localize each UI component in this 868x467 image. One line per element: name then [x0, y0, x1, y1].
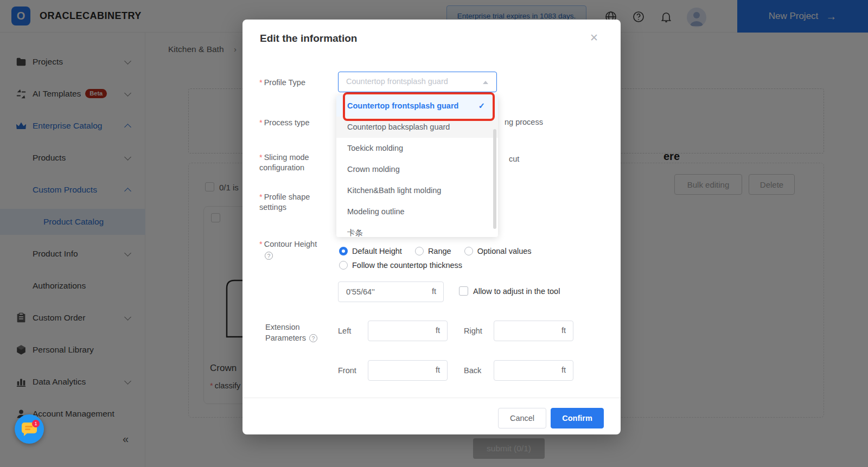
contour-height-radio-group: Default HeightRangeOptional values: [339, 247, 545, 255]
slicing-mode-label: *Slicing mode configuration: [259, 152, 334, 173]
unit-label: ft: [432, 287, 436, 296]
dropdown-option-crown-molding[interactable]: Crown molding: [336, 159, 498, 180]
dropdown-option-countertop-backsplash[interactable]: Countertop backsplash guard: [336, 117, 498, 138]
cancel-button[interactable]: Cancel: [498, 408, 546, 428]
required-asterisk: *: [259, 78, 263, 87]
contour-height-radio-row2: Follow the countertop thickness: [339, 261, 475, 270]
dropdown-option-toekick-molding[interactable]: Toekick molding: [336, 138, 498, 159]
unit-label: ft: [436, 326, 440, 335]
footer-divider: [242, 398, 621, 398]
dropdown-option-countertop-frontsplash[interactable]: Countertop frontsplash guard✓: [336, 95, 498, 117]
unit-label: ft: [561, 366, 566, 374]
height-input-wrap: ft: [338, 282, 444, 302]
radio-range[interactable]: [415, 247, 424, 255]
radio-label[interactable]: Optional values: [477, 247, 532, 255]
front-input-wrap: ft: [368, 360, 448, 381]
profile-type-select[interactable]: Countertop frontsplash guard: [338, 72, 497, 92]
right-label: Right: [464, 327, 482, 335]
left-input[interactable]: [376, 321, 431, 341]
dropdown-scrollbar[interactable]: [493, 129, 496, 229]
radio-label[interactable]: Follow the countertop thickness: [352, 261, 462, 270]
contour-height-input[interactable]: [346, 282, 419, 302]
unit-label: ft: [436, 366, 440, 374]
check-icon: ✓: [478, 95, 485, 117]
required-asterisk: *: [259, 193, 263, 201]
required-asterisk: *: [259, 240, 263, 248]
slicing-option-fragment: cut: [509, 155, 519, 163]
radio-follow-countertop-thickness[interactable]: [339, 261, 348, 270]
back-input[interactable]: [502, 361, 557, 380]
left-input-wrap: ft: [368, 321, 448, 341]
radio-label[interactable]: Default Height: [352, 247, 402, 255]
edit-information-modal: Edit the information ✕ *Profile Type *Pr…: [242, 20, 621, 434]
profile-type-label: *Profile Type: [259, 78, 334, 88]
help-circle-icon[interactable]: [309, 334, 317, 342]
back-label: Back: [464, 366, 481, 375]
close-icon[interactable]: ✕: [590, 31, 598, 44]
help-circle-icon[interactable]: [265, 252, 273, 260]
front-label: Front: [338, 366, 356, 375]
allow-adjust-label[interactable]: Allow to adjust in the tool: [473, 287, 560, 296]
radio-default-height[interactable]: [339, 247, 348, 255]
required-asterisk: *: [259, 153, 263, 162]
profile-type-dropdown: Countertop frontsplash guard✓ Countertop…: [336, 95, 498, 237]
dropdown-option-modeling-outline[interactable]: Modeling outline: [336, 201, 498, 222]
confirm-button[interactable]: Confirm: [551, 408, 604, 428]
right-input-wrap: ft: [494, 321, 573, 341]
process-type-option-fragment: ng process: [505, 118, 543, 126]
profile-shape-label: *Profile shape settings: [259, 192, 334, 213]
modal-title: Edit the information: [260, 33, 357, 44]
dropdown-option-kb-light-molding[interactable]: Kitchen&Bath light molding: [336, 180, 498, 201]
unit-label: ft: [561, 326, 566, 335]
radio-label[interactable]: Range: [428, 247, 451, 255]
process-type-label: *Process type: [259, 118, 334, 128]
select-arrow-up-icon: [483, 81, 488, 84]
radio-optional-values[interactable]: [464, 247, 473, 255]
required-asterisk: *: [259, 118, 263, 127]
front-input[interactable]: [376, 361, 431, 380]
page: O ORACLECABINETRY Enterprise trial expir…: [0, 0, 868, 467]
allow-adjust-checkbox[interactable]: [459, 286, 468, 296]
dropdown-option-katiao[interactable]: 卡条: [336, 222, 498, 237]
back-input-wrap: ft: [494, 360, 573, 381]
left-label: Left: [338, 327, 351, 335]
right-input[interactable]: [502, 321, 557, 341]
chat-widget-button[interactable]: 1: [15, 414, 44, 444]
profile-type-select-value: Countertop frontsplash guard: [346, 77, 448, 86]
contour-height-label: *Contour Height: [259, 239, 334, 261]
notification-badge: 1: [32, 420, 40, 427]
